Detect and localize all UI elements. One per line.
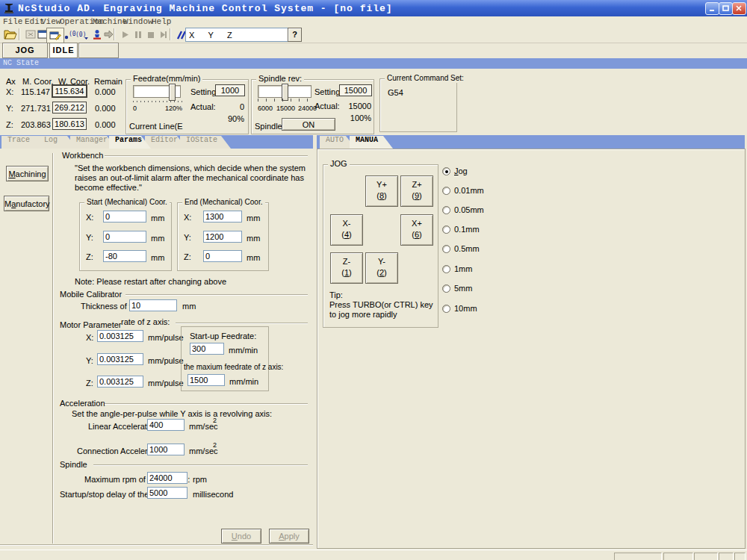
undo-button[interactable]: Undo (221, 529, 261, 544)
work-coord-z[interactable]: 180.613 (52, 118, 87, 130)
feedrate-legend: Feedrate(mm/min) (131, 74, 202, 84)
radio-0-5mm-label[interactable]: 0.5mm (454, 244, 480, 253)
radio-0-1mm-label[interactable]: 0.1mm (454, 225, 480, 234)
radio-jog-label[interactable]: Jog (454, 167, 468, 175)
command-set-legend: Current Command Set: (385, 73, 466, 83)
field-label: Z: (184, 252, 191, 261)
jog-z-minus-button[interactable]: Z- (1) (330, 252, 363, 284)
feedrate-slider-thumb[interactable] (169, 84, 176, 101)
jog-tip-body: Press TURBO(or CTRL) key to jog more rap… (329, 300, 434, 320)
radio-5mm-label[interactable]: 5mm (454, 284, 472, 293)
feedrate-setting-label: Setting: (190, 87, 218, 96)
feedrate-actual-value: 0 (215, 102, 244, 111)
state-indicator[interactable]: IDLE (49, 43, 78, 58)
end-y-input[interactable] (203, 231, 242, 243)
section-line (105, 155, 308, 157)
radio-1mm-label[interactable]: 1mm (454, 264, 472, 273)
feedrate-scale (133, 101, 182, 102)
step-icon[interactable] (155, 28, 170, 42)
feedrate-slider[interactable] (133, 85, 181, 98)
start-y-input[interactable] (103, 231, 146, 243)
motor-x-input[interactable] (97, 330, 143, 342)
ncstudio-window: NcStudio AD. Engraving Machine Control S… (0, 0, 747, 560)
radio-0-05mm-label[interactable]: 0.05mm (454, 205, 484, 214)
spindle-slider[interactable] (258, 85, 311, 98)
end-z-input[interactable] (203, 250, 242, 262)
menu-view[interactable]: View (41, 17, 61, 26)
spindle-setting-value[interactable]: 15000 (339, 84, 372, 96)
apply-button[interactable]: Apply (269, 529, 309, 544)
machine-coord-z: 203.863 (21, 120, 51, 129)
maximize-button[interactable] (719, 2, 733, 15)
radio-0-01mm-label[interactable]: 0.01mm (454, 186, 484, 195)
jog-z-plus-button[interactable]: Z+ (9) (400, 175, 433, 207)
max-z-feedrate-label: the maxium feedrate of z axis: (184, 363, 283, 371)
close-button[interactable] (732, 2, 746, 15)
workbench-note: Note: Please restart after changing abov… (75, 277, 226, 286)
start-x-input[interactable] (103, 211, 146, 223)
spindle-delay-input[interactable] (147, 487, 187, 499)
xyz-input[interactable] (185, 28, 289, 42)
unit-label: mm (151, 253, 164, 262)
open-file-icon[interactable] (3, 28, 18, 42)
motor-parameter-title: Motor Parameter (60, 320, 122, 329)
jog-x-minus-button[interactable]: X- (4) (330, 214, 363, 246)
mode-indicator[interactable]: JOG (2, 43, 48, 58)
edit-view-icon[interactable] (46, 28, 64, 43)
title-bar: NcStudio AD. Engraving Machine Control S… (0, 0, 747, 16)
radio-1mm[interactable] (442, 265, 450, 273)
work-coord-x[interactable]: 115.634 (52, 85, 87, 97)
max-rpm-input[interactable] (147, 472, 187, 484)
radio-0-1mm[interactable] (442, 225, 450, 234)
help-button[interactable]: ? (288, 28, 302, 42)
minimize-button[interactable] (705, 2, 719, 15)
startup-feedrate-input[interactable] (190, 343, 224, 355)
workbench-title: Workbench (62, 151, 103, 160)
radio-5mm[interactable] (442, 284, 450, 293)
field-label: Z: (86, 379, 93, 388)
startup-feedrate-label: Start-up Feedrate: (190, 332, 256, 340)
window-title: NcStudio AD. Engraving Machine Control S… (18, 3, 393, 14)
menu-help[interactable]: Help (152, 17, 171, 26)
toolbar-separator (170, 28, 170, 40)
workbench-desc-3: become effective." (75, 183, 142, 192)
thickness-input[interactable] (129, 299, 177, 311)
linear-accel-input[interactable] (147, 419, 185, 431)
back-to-origin-icon[interactable]: (0) (75, 28, 90, 42)
mode-spare-box (78, 43, 119, 58)
menu-window[interactable]: Window (123, 17, 153, 26)
motor-z-input[interactable] (97, 376, 143, 388)
resize-grip[interactable] (734, 553, 746, 560)
radio-0-5mm[interactable] (442, 245, 450, 253)
menu-file[interactable]: File (3, 17, 22, 26)
connection-accel-input[interactable] (147, 444, 185, 455)
radio-0-01mm[interactable] (442, 187, 450, 195)
feedrate-setting-value[interactable]: 1000 (215, 84, 245, 96)
unit-label: mm/min (229, 346, 258, 355)
radio-10mm-label[interactable]: 10mm (454, 304, 477, 313)
spindle-on-button[interactable]: ON (282, 118, 335, 131)
section-line (125, 294, 308, 296)
jog-x-plus-button[interactable]: X+ (6) (400, 214, 433, 246)
machining-button[interactable]: Machining (6, 166, 49, 181)
max-z-feedrate-input[interactable] (187, 374, 225, 386)
motor-y-input[interactable] (97, 353, 143, 365)
menu-machine[interactable]: Machine (93, 17, 127, 26)
jog-y-minus-button[interactable]: Y- (2) (365, 252, 398, 284)
work-coord-y[interactable]: 269.212 (52, 102, 87, 113)
radio-10mm[interactable] (442, 305, 450, 313)
section-line (93, 464, 308, 466)
remained-z: 0.000 (95, 120, 116, 129)
unit-label: mm (182, 302, 196, 311)
field-label: Z: (86, 252, 93, 261)
radio-0-05mm[interactable] (442, 206, 450, 214)
manufactory-button[interactable]: Manufactory (4, 196, 49, 211)
status-cell (663, 553, 693, 560)
nc-state-bar: NC State (0, 58, 747, 69)
jog-key-label: (8) (366, 190, 397, 202)
radio-jog[interactable] (442, 167, 450, 175)
spindle-tick-15000: 15000 (276, 105, 295, 112)
end-x-input[interactable] (203, 211, 242, 223)
jog-y-plus-button[interactable]: Y+ (8) (365, 175, 398, 207)
start-z-input[interactable] (103, 250, 146, 262)
